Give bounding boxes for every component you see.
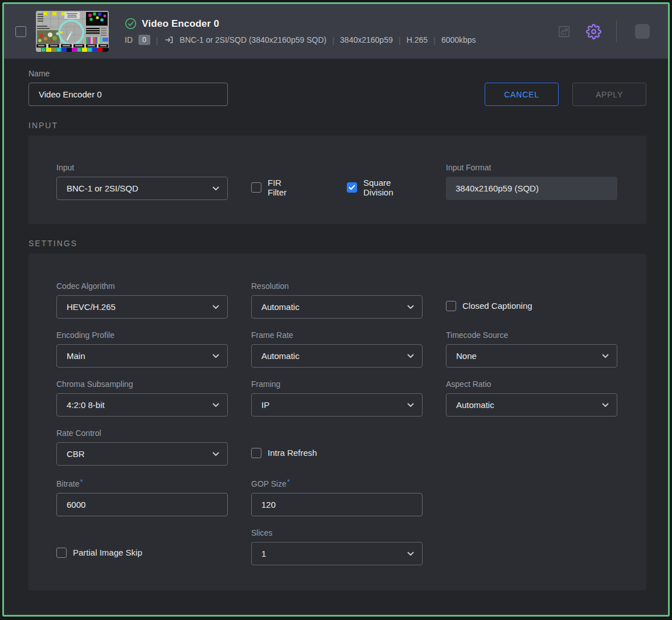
chevron-down-icon (407, 354, 414, 358)
gop-size-field: GOP Size* (251, 478, 423, 516)
required-marker: * (80, 478, 83, 486)
encoder-select-checkbox[interactable] (15, 26, 26, 37)
name-input[interactable] (28, 83, 228, 106)
resolution-select[interactable]: Automatic (251, 295, 423, 319)
stats-chart-button[interactable] (557, 25, 571, 39)
input-label: Input (56, 163, 228, 172)
partial-image-skip-checkbox[interactable] (56, 548, 67, 558)
frame-rate-field: Frame Rate Automatic (251, 331, 423, 368)
intra-refresh-label: Intra Refresh (268, 448, 317, 458)
bitrate-field: Bitrate* (56, 478, 228, 516)
name-label: Name (28, 69, 646, 78)
cancel-button[interactable]: CANCEL (485, 83, 559, 106)
input-select[interactable]: BNC-1 or 2SI/SQD (56, 177, 228, 200)
video-preview-thumbnail (36, 11, 109, 52)
rate-control-select[interactable]: CBR (56, 442, 228, 466)
gop-size-input[interactable] (251, 493, 423, 516)
slices-select[interactable]: 1 (251, 542, 423, 565)
encoder-meta: ID 0 | BNC-1 or 2SI/SQD (3840x2160p59 SQ… (125, 35, 476, 45)
input-select-value: BNC-1 or 2SI/SQD (67, 183, 212, 193)
encoder-header: Video Encoder 0 ID 0 | BNC-1 or 2SI/SQD … (4, 4, 668, 59)
timecode-source-select[interactable]: None (446, 344, 617, 368)
square-division-checkbox[interactable] (347, 182, 357, 193)
framing-select[interactable]: IP (251, 393, 423, 417)
chevron-down-icon (407, 403, 414, 407)
header-text-block: Video Encoder 0 ID 0 | BNC-1 or 2SI/SQD … (125, 18, 476, 45)
chevron-down-icon (212, 452, 219, 456)
closed-captioning-field: Closed Captioning (446, 282, 617, 319)
chevron-down-icon (602, 354, 609, 358)
slices-value: 1 (261, 549, 407, 558)
settings-card: Codec Algorithm HEVC/H.265 Resolution Au… (28, 254, 646, 590)
bitrate-info: 6000kbps (441, 35, 476, 44)
codec-algorithm-label: Codec Algorithm (56, 282, 228, 291)
header-divider (616, 21, 617, 42)
encoder-title: Video Encoder 0 (142, 18, 219, 30)
input-field: Input BNC-1 or 2SI/SQD (56, 163, 228, 200)
frame-rate-label: Frame Rate (251, 331, 423, 340)
frame-rate-select[interactable]: Automatic (251, 344, 423, 368)
timecode-source-label: Timecode Source (446, 331, 617, 340)
chevron-down-icon (602, 403, 609, 407)
input-checkbox-pair: FIR Filter Square Division (251, 163, 423, 200)
intra-refresh-toggle[interactable]: Intra Refresh (251, 448, 317, 458)
required-marker: * (287, 478, 290, 486)
slices-label: Slices (251, 528, 423, 537)
framing-value: IP (261, 400, 407, 410)
framing-label: Framing (251, 380, 423, 389)
frame-rate-value: Automatic (261, 351, 407, 361)
input-format-label: Input Format (446, 163, 617, 172)
encoding-profile-field: Encoding Profile Main (56, 331, 228, 368)
codec-info: H.265 (407, 35, 428, 44)
aspect-ratio-select[interactable]: Automatic (446, 393, 617, 417)
id-badge: 0 (138, 35, 150, 45)
input-format-value: 3840x2160p59 (SQD) (446, 177, 617, 200)
aspect-ratio-label: Aspect Ratio (446, 380, 617, 389)
input-info: BNC-1 or 2SI/SQD (3840x2160p59 SQD) (180, 35, 327, 44)
stop-button[interactable] (635, 24, 650, 39)
divider: | (332, 35, 334, 45)
partial-image-skip-field: Partial Image Skip (56, 528, 228, 565)
codec-algorithm-field: Codec Algorithm HEVC/H.265 (56, 282, 228, 319)
intra-refresh-field: Intra Refresh (251, 429, 423, 466)
square-division-toggle[interactable]: Square Division (347, 178, 423, 197)
aspect-ratio-value: Automatic (456, 400, 602, 410)
encoding-profile-value: Main (67, 351, 212, 361)
closed-captioning-toggle[interactable]: Closed Captioning (446, 301, 532, 311)
chroma-subsampling-label: Chroma Subsampling (56, 380, 228, 389)
fir-filter-label: FIR Filter (268, 178, 302, 197)
settings-gear-button[interactable] (586, 24, 601, 39)
divider: | (433, 35, 436, 45)
codec-algorithm-value: HEVC/H.265 (67, 302, 212, 312)
apply-button[interactable]: APPLY (572, 83, 646, 106)
encoding-profile-select[interactable]: Main (56, 344, 228, 368)
bitrate-label: Bitrate* (56, 478, 228, 488)
intra-refresh-checkbox[interactable] (251, 448, 261, 458)
format-info: 3840x2160p59 (340, 35, 393, 44)
rate-control-field: Rate Control CBR (56, 429, 228, 466)
id-label: ID (125, 35, 133, 44)
chevron-down-icon (212, 354, 219, 358)
timecode-source-field: Timecode Source None (446, 331, 617, 368)
test-pattern-image (36, 11, 109, 52)
divider: | (399, 35, 401, 45)
resolution-label: Resolution (251, 282, 423, 291)
partial-image-skip-toggle[interactable]: Partial Image Skip (56, 548, 142, 558)
resolution-field: Resolution Automatic (251, 282, 423, 319)
fir-filter-checkbox[interactable] (251, 182, 261, 193)
rate-control-value: CBR (67, 449, 212, 459)
codec-algorithm-select[interactable]: HEVC/H.265 (56, 295, 228, 319)
fir-filter-toggle[interactable]: FIR Filter (251, 178, 302, 197)
closed-captioning-checkbox[interactable] (446, 301, 456, 311)
chevron-down-icon (212, 305, 219, 309)
encoding-profile-label: Encoding Profile (56, 331, 228, 340)
input-card: Input BNC-1 or 2SI/SQD (28, 136, 646, 224)
chroma-subsampling-select[interactable]: 4:2:0 8-bit (56, 393, 228, 417)
input-section-title: INPUT (28, 121, 646, 130)
chevron-down-icon (212, 186, 219, 191)
chroma-subsampling-value: 4:2:0 8-bit (67, 400, 212, 410)
bitrate-input[interactable] (56, 493, 228, 516)
gear-icon (586, 24, 601, 39)
timecode-source-value: None (456, 351, 602, 361)
encoder-panel: Video Encoder 0 ID 0 | BNC-1 or 2SI/SQD … (2, 2, 670, 617)
